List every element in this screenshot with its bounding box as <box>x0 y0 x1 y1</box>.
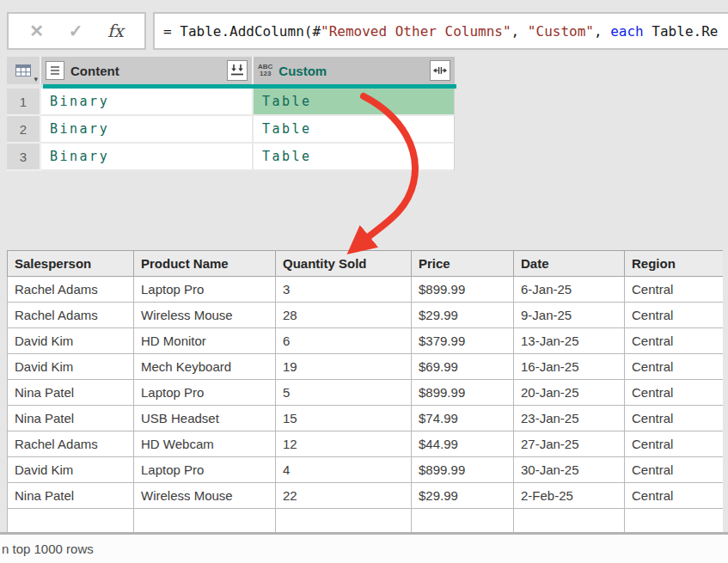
sales-cell[interactable]: Central <box>625 483 724 509</box>
formula-segment: "Custom" <box>528 23 594 40</box>
sales-cell[interactable]: 6 <box>276 328 412 354</box>
sales-cell[interactable] <box>134 509 276 533</box>
sales-cell[interactable]: David Kim <box>8 354 134 380</box>
sales-cell[interactable]: $29.99 <box>412 303 514 328</box>
sales-cell[interactable]: Nina Patel <box>8 483 134 509</box>
column-header-custom[interactable]: ABC 123 Custom <box>254 57 455 84</box>
custom-cell-selected[interactable]: Table <box>254 89 455 116</box>
sales-cell[interactable]: $899.99 <box>412 380 514 406</box>
fx-icon[interactable]: fx <box>107 21 124 41</box>
column-label: Content <box>70 64 227 78</box>
row-number[interactable]: 3 <box>7 144 41 171</box>
sales-cell[interactable]: 28 <box>276 303 412 328</box>
row-number[interactable]: 1 <box>7 89 41 116</box>
sales-cell[interactable]: 20-Jan-25 <box>514 380 625 406</box>
sales-cell[interactable]: $69.99 <box>412 354 514 380</box>
sales-cell[interactable]: HD Monitor <box>134 328 276 354</box>
sales-cell[interactable]: David Kim <box>8 328 134 354</box>
content-cell[interactable]: Binary <box>41 89 254 116</box>
sales-cell[interactable]: Mech Keyboard <box>134 354 276 380</box>
sales-row: Rachel AdamsLaptop Pro3$899.996-Jan-25Ce… <box>8 277 724 303</box>
sales-cell[interactable]: 23-Jan-25 <box>514 406 625 431</box>
sales-row: Rachel AdamsHD Webcam12$44.9927-Jan-25Ce… <box>8 431 724 457</box>
sales-cell[interactable]: $379.99 <box>412 328 514 354</box>
sales-cell[interactable]: Wireless Mouse <box>134 483 276 509</box>
list-icon[interactable] <box>46 61 64 80</box>
custom-cell[interactable]: Table <box>254 116 455 144</box>
sales-row: Rachel AdamsWireless Mouse28$29.999-Jan-… <box>8 303 724 328</box>
sales-cell[interactable]: Central <box>625 380 724 406</box>
sales-cell[interactable]: $899.99 <box>412 457 514 483</box>
sales-cell[interactable]: 6-Jan-25 <box>514 277 625 303</box>
sales-row: David KimHD Monitor6$379.9913-Jan-25Cent… <box>8 328 724 354</box>
sales-cell[interactable] <box>412 509 514 533</box>
sales-cell[interactable]: 5 <box>276 380 412 406</box>
sales-header-cell[interactable]: Salesperson <box>8 251 134 277</box>
sales-cell[interactable]: Rachel Adams <box>8 277 134 303</box>
expand-column-icon[interactable] <box>430 60 450 81</box>
sales-cell[interactable]: $44.99 <box>412 431 514 457</box>
row-number[interactable]: 2 <box>7 116 41 144</box>
sales-row: David KimLaptop Pro4$899.9930-Jan-25Cent… <box>8 457 724 483</box>
sales-cell[interactable]: 4 <box>276 457 412 483</box>
sales-cell[interactable]: $74.99 <box>412 406 514 431</box>
sales-cell[interactable]: Central <box>625 431 724 457</box>
sales-cell[interactable] <box>514 509 625 533</box>
sales-header-cell[interactable]: Price <box>412 251 514 277</box>
formula-segment: each <box>610 23 644 40</box>
sales-header-cell[interactable]: Product Name <box>134 251 276 277</box>
sales-cell[interactable]: Laptop Pro <box>134 380 276 406</box>
content-cell[interactable]: Binary <box>41 116 254 144</box>
sales-cell[interactable]: 2-Feb-25 <box>514 483 625 509</box>
cancel-icon[interactable]: ✕ <box>29 21 44 41</box>
status-text: n top 1000 rows <box>2 542 94 556</box>
sales-cell[interactable]: David Kim <box>8 457 134 483</box>
sales-cell[interactable]: Rachel Adams <box>8 303 134 328</box>
sales-cell[interactable] <box>8 509 134 533</box>
sales-cell[interactable]: 15 <box>276 406 412 431</box>
sales-cell[interactable]: Laptop Pro <box>134 277 276 303</box>
sales-cell[interactable]: Rachel Adams <box>8 431 134 457</box>
formula-segment: Table.Re <box>644 23 719 40</box>
table-icon <box>15 64 31 76</box>
sales-cell[interactable]: Central <box>625 328 724 354</box>
sales-cell[interactable]: 9-Jan-25 <box>514 303 625 328</box>
formula-segment: "Removed Other Columns" <box>321 23 511 40</box>
table-menu-button[interactable]: ▾ <box>7 57 41 84</box>
sales-cell[interactable]: Central <box>625 354 724 380</box>
sales-cell[interactable]: 3 <box>276 277 412 303</box>
sales-cell[interactable]: $29.99 <box>412 483 514 509</box>
sales-cell[interactable]: USB Headset <box>134 406 276 431</box>
sales-cell[interactable]: 27-Jan-25 <box>514 431 625 457</box>
sales-cell[interactable]: Wireless Mouse <box>134 303 276 328</box>
combine-files-icon[interactable] <box>227 60 248 81</box>
sales-cell[interactable]: 19 <box>276 354 412 380</box>
content-cell[interactable]: Binary <box>41 144 254 171</box>
sales-header-cell[interactable]: Region <box>625 251 724 277</box>
sales-cell[interactable]: 22 <box>276 483 412 509</box>
sales-header-cell[interactable]: Date <box>514 251 625 277</box>
sales-cell[interactable]: 13-Jan-25 <box>514 328 625 354</box>
sales-cell[interactable] <box>625 509 724 533</box>
sales-cell[interactable]: Central <box>625 277 724 303</box>
column-header-content[interactable]: Content <box>41 57 254 84</box>
sales-cell[interactable]: Nina Patel <box>8 380 134 406</box>
sales-cell[interactable]: HD Webcam <box>134 431 276 457</box>
confirm-icon[interactable]: ✓ <box>69 21 83 41</box>
custom-cell[interactable]: Table <box>254 144 455 171</box>
sales-cell[interactable]: Central <box>625 406 724 431</box>
sales-cell[interactable] <box>276 509 412 533</box>
chevron-down-icon: ▾ <box>34 75 38 83</box>
sales-header-cell[interactable]: Quantity Sold <box>276 251 412 277</box>
sales-cell[interactable]: $899.99 <box>412 277 514 303</box>
sales-cell[interactable]: 12 <box>276 431 412 457</box>
formula-input[interactable]: = Table.AddColumn(#"Removed Other Column… <box>153 12 728 50</box>
sales-cell[interactable]: Laptop Pro <box>134 457 276 483</box>
sales-cell[interactable]: Central <box>625 457 724 483</box>
sales-cell[interactable]: 30-Jan-25 <box>514 457 625 483</box>
formula-segment: , <box>511 23 528 40</box>
sales-cell[interactable]: Nina Patel <box>8 406 134 431</box>
sales-cell[interactable]: Central <box>625 303 724 328</box>
sales-cell[interactable]: 16-Jan-25 <box>514 354 625 380</box>
preview-table-body: 1BinaryTable2BinaryTable3BinaryTable <box>7 89 456 171</box>
